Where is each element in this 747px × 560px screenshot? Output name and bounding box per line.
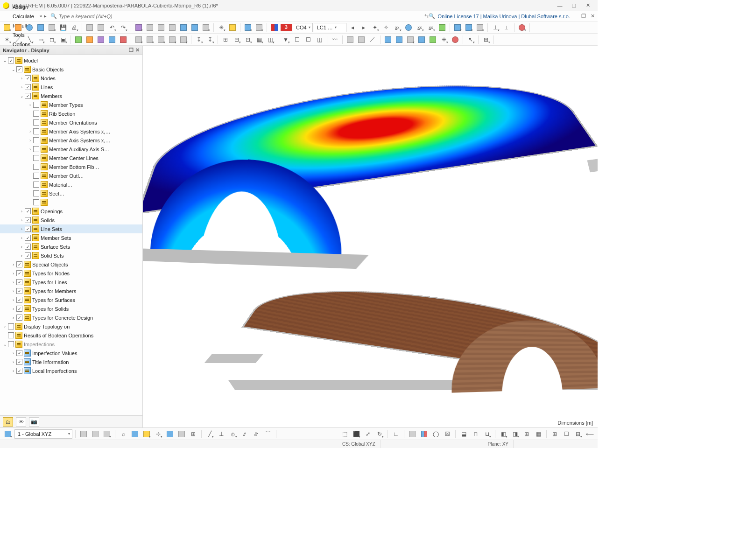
tree-row[interactable]: ›Special Objects [0,260,142,269]
view-b[interactable] [254,22,264,33]
tree-checkbox[interactable] [16,315,22,321]
print-btn[interactable]: 🖨 [69,22,79,33]
nav-tab-camera-icon[interactable]: 📷 [29,417,39,427]
tree-row[interactable]: Member Bottom Fib… [0,162,142,171]
keyword-search[interactable]: 🔍 [50,13,134,19]
vm-b[interactable] [419,429,429,439]
sel-d[interactable] [167,35,177,45]
grid-b[interactable]: ⊟ [232,35,242,45]
menu-app-icon[interactable] [2,13,8,20]
tree-row[interactable]: Member Outl… [0,171,142,180]
vt-axis-l[interactable]: ∟ [391,429,401,439]
vm-a[interactable] [407,429,417,439]
menu-assign[interactable]: Assign [8,2,38,12]
chevron-right-icon[interactable]: › [27,147,33,152]
vt-cube[interactable]: ⬛ [351,429,361,439]
search-expand-icon[interactable]: ⇆🔍 [424,13,435,19]
chevron-right-icon[interactable]: › [10,298,16,302]
vt-fit[interactable]: ⤢ [363,429,373,439]
bt-k[interactable]: ╱ [204,429,215,439]
tree-row[interactable]: ⌄Model [0,56,142,65]
panel-c[interactable] [475,22,485,33]
axis-xx[interactable]: x̲x [392,22,402,33]
tree-checkbox[interactable] [16,66,22,72]
bt-a[interactable] [78,429,89,439]
loadcase-tag[interactable]: 3 [281,24,292,31]
mdi-restore-icon[interactable]: ❐ [580,13,587,19]
chevron-right-icon[interactable]: › [10,315,16,320]
chevron-right-icon[interactable]: › [10,262,16,267]
sec-e[interactable] [428,35,438,45]
chevron-down-icon[interactable]: ⌄ [2,58,8,63]
tree-row[interactable]: ›Nodes [0,74,142,83]
vm-c[interactable]: ◯ [430,429,441,439]
chevron-right-icon[interactable]: › [10,289,16,294]
spreadsheet-btn[interactable] [178,22,189,33]
tree-checkbox[interactable] [16,297,22,303]
vm-d[interactable]: ☒ [442,429,452,439]
mdi-minimize-icon[interactable]: – [573,14,578,19]
tree-checkbox[interactable] [25,226,31,232]
box-b[interactable]: ☐ [303,35,313,45]
tree-checkbox[interactable] [33,119,39,126]
save-btn[interactable]: 💾 [58,22,68,33]
tree-checkbox[interactable] [33,111,39,117]
sec-d[interactable] [416,35,427,45]
redo-btn[interactable]: ↷ [118,22,128,33]
chevron-right-icon[interactable]: › [10,280,16,285]
close-button[interactable]: ✕ [581,1,595,10]
tree-checkbox[interactable] [8,57,14,63]
bt-n[interactable]: ⫽ [240,429,250,439]
tree-row[interactable]: ›Openings [0,207,142,216]
misc-c[interactable]: ／ [367,35,378,45]
chevron-down-icon[interactable]: ⌄ [10,67,16,72]
tree-checkbox[interactable] [25,84,31,90]
ico-c[interactable] [96,35,106,45]
bt-j[interactable]: ⊞ [188,429,198,439]
calc-btn[interactable] [227,22,238,33]
chevron-right-icon[interactable]: › [10,360,16,364]
vm-o[interactable]: ⟵ [585,429,595,439]
menu-overflow-icon[interactable]: » ▸ [38,13,47,19]
sel-b[interactable] [145,35,155,45]
window-btn[interactable] [201,22,211,33]
next-lc-btn[interactable]: ▸ [359,22,369,33]
bt-e[interactable] [130,429,140,439]
tree-row[interactable]: ⌄Imperfections [0,340,142,349]
result-c[interactable] [437,22,447,33]
tree-checkbox[interactable] [33,137,39,143]
results-grid-btn[interactable] [145,22,155,33]
vt-iso[interactable]: ⬚ [339,429,350,439]
ico-e[interactable] [118,35,128,45]
tree-row[interactable]: ›Solid Sets [0,251,142,260]
nav-tab-project-icon[interactable]: 🗂 [3,417,13,427]
box-a[interactable]: ☐ [292,35,302,45]
report-btn[interactable] [85,22,95,33]
minimize-button[interactable]: — [553,1,567,10]
vm-n[interactable]: ⊟ [573,429,583,439]
tables-btn[interactable] [96,22,106,33]
bt-c[interactable] [102,429,112,439]
panel-a[interactable] [452,22,463,33]
grid-d[interactable]: ▦ [254,35,264,45]
tree-checkbox[interactable] [16,306,22,312]
tree-checkbox[interactable] [16,288,22,294]
tree-row[interactable]: ›Member Axis Systems x,… [0,127,142,136]
vm-e[interactable]: ⬓ [458,429,469,439]
ico-d[interactable] [107,35,117,45]
curve-a[interactable]: 〰 [330,35,340,45]
chevron-right-icon[interactable]: › [27,129,33,134]
tree-checkbox[interactable] [8,341,14,347]
ico-b[interactable] [85,35,95,45]
tree-row[interactable]: ›Line Sets [0,224,142,233]
sel-a[interactable] [134,35,144,45]
sec-g[interactable] [450,35,460,45]
support-b[interactable]: ⟂ [501,22,512,33]
grid-last[interactable]: ⊞ [481,35,491,45]
solid-btn[interactable]: ▣ [58,35,68,45]
tree-checkbox[interactable] [16,368,22,374]
tree-row[interactable]: Member Center Lines [0,154,142,162]
tree-checkbox[interactable] [16,261,22,267]
combo-view[interactable]: 1 - Global XYZ▾ [14,429,72,439]
grid-e[interactable]: ◫ [265,35,275,45]
